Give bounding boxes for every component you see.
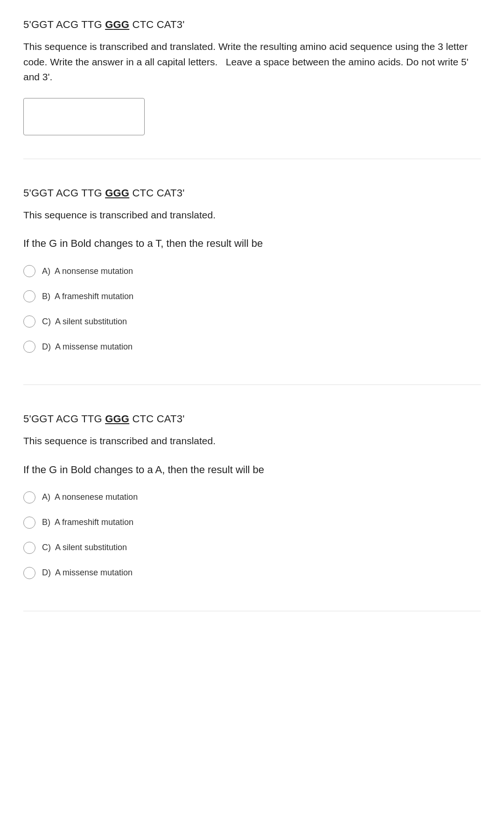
- option-label-3a: A) A nonsenese mutation: [42, 492, 138, 502]
- radio-2a[interactable]: [23, 265, 35, 277]
- option-item-2d[interactable]: D) A missense mutation: [23, 341, 481, 353]
- option-label-2c: C) A silent substitution: [42, 317, 127, 327]
- option-label-2d: D) A missense mutation: [42, 342, 133, 352]
- option-label-3d: D) A missense mutation: [42, 568, 133, 578]
- options-list-3: A) A nonsenese mutation B) A frameshift …: [23, 491, 481, 579]
- option-item-2c[interactable]: C) A silent substitution: [23, 315, 481, 328]
- option-item-3b[interactable]: B) A frameshift mutation: [23, 517, 481, 529]
- answer-box-1[interactable]: [23, 98, 145, 135]
- bold-sequence-1: G: [105, 19, 113, 30]
- radio-3a[interactable]: [23, 491, 35, 503]
- option-label-3c: C) A silent substitution: [42, 543, 127, 552]
- option-item-3c[interactable]: C) A silent substitution: [23, 542, 481, 554]
- section-1: 5'GGT ACG TTG GGG CTC CAT3' This sequenc…: [23, 19, 481, 159]
- description-1: This sequence is transcribed and transla…: [23, 39, 481, 85]
- radio-3b[interactable]: [23, 517, 35, 529]
- options-list-2: A) A nonsense mutation B) A frameshift m…: [23, 265, 481, 353]
- question-text-3: If the G in Bold changes to a A, then th…: [23, 462, 481, 477]
- option-item-3d[interactable]: D) A missense mutation: [23, 567, 481, 579]
- option-item-3a[interactable]: A) A nonsenese mutation: [23, 491, 481, 503]
- sequence-title-1: 5'GGT ACG TTG GGG CTC CAT3': [23, 19, 481, 31]
- bold-sequence-1b: GG: [113, 19, 130, 30]
- section-2: 5'GGT ACG TTG GGG CTC CAT3' This sequenc…: [23, 187, 481, 385]
- radio-2c[interactable]: [23, 315, 35, 328]
- option-label-2a: A) A nonsense mutation: [42, 266, 133, 276]
- section-3: 5'GGT ACG TTG GGG CTC CAT3' This sequenc…: [23, 413, 481, 611]
- sequence-title-2: 5'GGT ACG TTG GGG CTC CAT3': [23, 187, 481, 199]
- option-item-2b[interactable]: B) A frameshift mutation: [23, 290, 481, 302]
- answer-input-1[interactable]: [24, 98, 144, 135]
- radio-2d[interactable]: [23, 341, 35, 353]
- option-item-2a[interactable]: A) A nonsense mutation: [23, 265, 481, 277]
- radio-3d[interactable]: [23, 567, 35, 579]
- bold-sequence-3: GGG: [105, 413, 129, 425]
- sequence-title-3: 5'GGT ACG TTG GGG CTC CAT3': [23, 413, 481, 425]
- description-3: This sequence is transcribed and transla…: [23, 433, 481, 449]
- option-label-2b: B) A frameshift mutation: [42, 292, 133, 301]
- radio-3c[interactable]: [23, 542, 35, 554]
- bold-sequence-2: GGG: [105, 187, 129, 199]
- option-label-3b: B) A frameshift mutation: [42, 517, 133, 527]
- question-text-2: If the G in Bold changes to a T, then th…: [23, 236, 481, 251]
- radio-2b[interactable]: [23, 290, 35, 302]
- description-2: This sequence is transcribed and transla…: [23, 208, 481, 223]
